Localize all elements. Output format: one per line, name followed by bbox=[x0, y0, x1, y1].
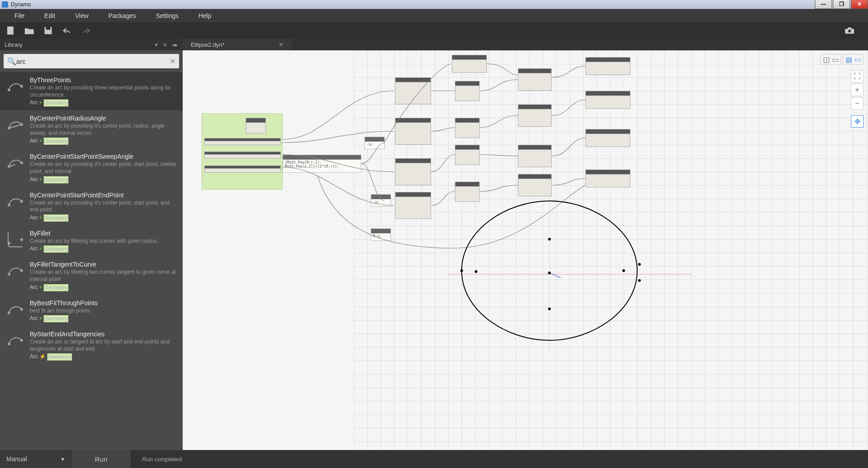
pan-button[interactable]: ✥ bbox=[851, 115, 864, 128]
app-icon bbox=[2, 1, 8, 8]
svg-point-7 bbox=[21, 85, 22, 87]
view-3d-icon[interactable]: ◫ bbox=[822, 55, 831, 63]
search-result-item[interactable]: ByCenterPointStartPointEndPointCreate an… bbox=[0, 187, 183, 225]
graph-node[interactable] bbox=[246, 118, 266, 134]
save-button[interactable] bbox=[41, 24, 55, 37]
zoom-out-button[interactable]: − bbox=[851, 97, 864, 110]
graph-node[interactable] bbox=[455, 81, 480, 101]
new-file-button[interactable] bbox=[4, 24, 17, 37]
library-header: Library ▾ ≡ ◂▸ bbox=[0, 39, 183, 50]
code-block-text: R-y; bbox=[371, 233, 391, 239]
redo-button[interactable] bbox=[79, 24, 93, 37]
screenshot-button[interactable] bbox=[843, 24, 856, 37]
svg-point-10 bbox=[8, 165, 10, 167]
menu-bar: File Edit View Packages Settings Help bbox=[0, 9, 868, 22]
graph-node[interactable] bbox=[395, 158, 431, 185]
toolbar bbox=[0, 22, 868, 39]
view-graph-icon[interactable]: ▭ bbox=[831, 55, 840, 63]
zoom-fit-button[interactable]: ⛶ bbox=[851, 70, 864, 83]
arc-icon bbox=[6, 331, 24, 349]
graph-node[interactable] bbox=[455, 118, 480, 138]
menu-help[interactable]: Help bbox=[189, 12, 221, 19]
result-description: Create an arc by filleting two curves ta… bbox=[30, 269, 177, 283]
menu-packages[interactable]: Packages bbox=[99, 12, 146, 19]
svg-point-12 bbox=[8, 204, 10, 206]
svg-point-28 bbox=[622, 269, 625, 272]
menu-view[interactable]: View bbox=[65, 12, 99, 19]
result-title: ByBestFitThroughPoints bbox=[30, 299, 177, 307]
filter-icon[interactable]: ▾ bbox=[155, 41, 158, 48]
search-result-item[interactable]: ByCenterPointStartPointSweepAngleCreate … bbox=[0, 148, 183, 187]
svg-point-16 bbox=[8, 273, 10, 275]
run-button[interactable]: Run bbox=[71, 450, 131, 468]
graph-node[interactable] bbox=[585, 169, 630, 187]
graph-node[interactable] bbox=[585, 57, 630, 75]
graph-node[interactable] bbox=[518, 68, 552, 91]
geometry-preview bbox=[448, 194, 691, 356]
search-result-item[interactable]: ByThreePointsCreate an arc by providing … bbox=[0, 72, 183, 110]
code-block-node[interactable]: R-y; bbox=[371, 228, 391, 241]
window-titlebar: Dynamo — ❐ ✕ bbox=[0, 0, 868, 9]
tab-close-icon[interactable]: ✕ bbox=[279, 41, 283, 48]
sort-icon[interactable]: ≡ bbox=[163, 41, 167, 48]
graph-node[interactable] bbox=[204, 138, 281, 145]
graph-node[interactable] bbox=[204, 152, 281, 159]
code-block-node[interactable]: (Math.Pow(R-r,2)-Math.Pow(a,2))/(2*(R-r)… bbox=[283, 155, 361, 173]
code-block-node[interactable]: -a; bbox=[364, 137, 385, 149]
search-result-item[interactable]: ByCenterPointRadiusAngleCreate an arc by… bbox=[0, 110, 183, 148]
result-path: Arc+Geometry bbox=[30, 176, 177, 183]
library-panel: Library ▾ ≡ ◂▸ 🔍 ✕ ByThreePointsCreate a… bbox=[0, 39, 183, 450]
open-file-button[interactable] bbox=[22, 24, 36, 37]
arc-icon bbox=[6, 154, 24, 172]
svg-rect-5 bbox=[848, 27, 851, 29]
search-result-item[interactable]: ByStartEndAndTangenciesCreate an arc or … bbox=[0, 326, 183, 364]
collapse-icon[interactable]: ◂▸ bbox=[172, 41, 178, 48]
graph-node[interactable] bbox=[395, 77, 431, 104]
graph-node[interactable] bbox=[585, 91, 630, 109]
graph-node[interactable] bbox=[518, 145, 552, 167]
menu-edit[interactable]: Edit bbox=[35, 12, 65, 19]
graph-node[interactable] bbox=[455, 145, 480, 165]
undo-button[interactable] bbox=[60, 24, 74, 37]
result-title: ByThreePoints bbox=[30, 76, 177, 84]
graph-node[interactable] bbox=[518, 174, 552, 196]
graph-canvas[interactable]: (Math.Pow(R-r,2)-Math.Pow(a,2))/(2*(R-r)… bbox=[183, 50, 868, 450]
search-result-item[interactable]: ByFilletTangentToCurveCreate an arc by f… bbox=[0, 256, 183, 294]
graph-node[interactable] bbox=[204, 165, 281, 173]
nav-pan-icon[interactable]: ▤ bbox=[844, 55, 853, 63]
svg-point-25 bbox=[548, 272, 551, 274]
graph-node[interactable] bbox=[395, 118, 431, 145]
svg-point-4 bbox=[848, 30, 851, 32]
graph-node[interactable] bbox=[452, 55, 487, 73]
nav-fit-icon[interactable]: ▭ bbox=[853, 55, 862, 63]
clear-search-icon[interactable]: ✕ bbox=[170, 57, 175, 66]
code-block-node[interactable]: -y; bbox=[371, 194, 391, 207]
svg-point-17 bbox=[21, 270, 22, 272]
svg-point-15 bbox=[21, 239, 22, 241]
svg-point-14 bbox=[8, 242, 10, 244]
document-tab[interactable]: Ellipse2.dyn* ✕ bbox=[183, 39, 292, 50]
svg-point-11 bbox=[21, 162, 22, 164]
graph-node[interactable] bbox=[518, 104, 552, 127]
menu-settings[interactable]: Settings bbox=[146, 12, 189, 19]
arc-icon bbox=[6, 262, 24, 280]
search-box[interactable]: 🔍 ✕ bbox=[4, 54, 179, 68]
search-result-item[interactable]: ByBestFitThroughPointsbest fit arc throu… bbox=[0, 295, 183, 326]
search-result-item[interactable]: ByFilletCreate an arc by filleting twp c… bbox=[0, 225, 183, 257]
run-mode-dropdown[interactable]: Manual ▾ bbox=[0, 450, 71, 468]
document-tab-bar: Ellipse2.dyn* ✕ bbox=[183, 39, 868, 50]
svg-point-26 bbox=[548, 238, 551, 241]
window-close-button[interactable]: ✕ bbox=[851, 0, 868, 9]
menu-file[interactable]: File bbox=[4, 12, 35, 19]
search-results[interactable]: ByThreePointsCreate an arc by providing … bbox=[0, 72, 183, 450]
zoom-in-button[interactable]: + bbox=[851, 84, 864, 96]
window-minimize-button[interactable]: — bbox=[815, 0, 832, 9]
result-description: Create an arc by filleting twp curves wi… bbox=[30, 238, 177, 245]
code-block-text: -y; bbox=[371, 199, 391, 205]
graph-node[interactable] bbox=[395, 192, 431, 219]
graph-node[interactable] bbox=[585, 129, 630, 147]
result-path: Arc+Geometry bbox=[30, 315, 177, 321]
window-maximize-button[interactable]: ❐ bbox=[833, 0, 850, 9]
search-input[interactable] bbox=[16, 58, 166, 65]
result-description: Create an arc by providing it's center p… bbox=[30, 123, 177, 137]
